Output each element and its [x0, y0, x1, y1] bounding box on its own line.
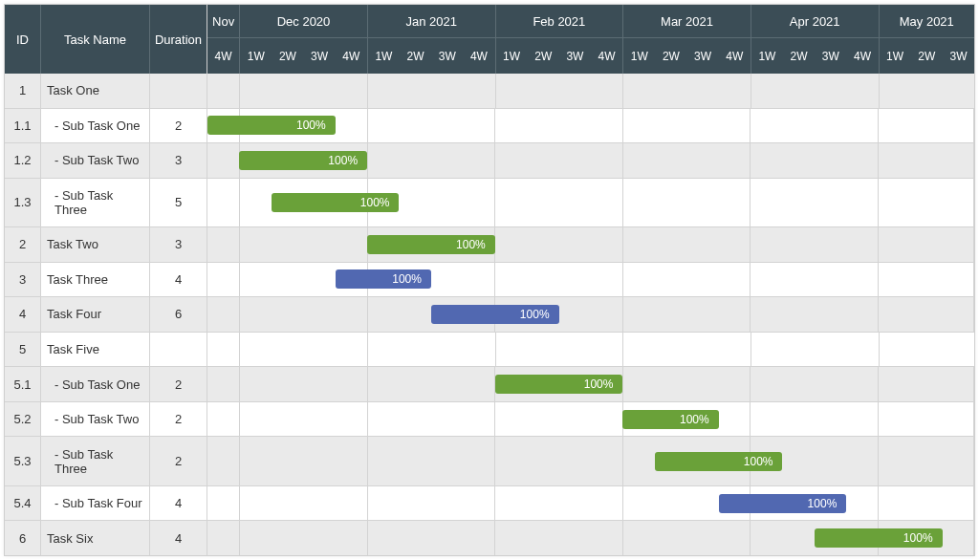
- month-group: Nov4W: [207, 5, 240, 74]
- month-col: [751, 263, 879, 297]
- cell-id: 5.4: [5, 486, 41, 521]
- gantt-bar[interactable]: 100%: [207, 116, 336, 135]
- month-col: [495, 227, 623, 262]
- cell-task-name: - Sub Task Two: [41, 402, 150, 437]
- gantt-bar[interactable]: 100%: [495, 375, 623, 394]
- month-label: Jan 2021: [368, 5, 495, 37]
- month-col: [240, 486, 368, 521]
- cell-id: 5.1: [5, 367, 41, 401]
- month-col: [751, 74, 880, 108]
- week-cell: 2W: [528, 38, 559, 74]
- cell-duration: 4: [150, 521, 207, 555]
- cell-task-name: - Sub Task Two: [41, 143, 150, 178]
- cell-id: 3: [5, 263, 41, 297]
- month-col: [751, 402, 879, 437]
- month-col: [368, 521, 496, 555]
- gantt-bar[interactable]: 100%: [815, 528, 943, 548]
- month-col: [368, 367, 496, 401]
- month-col: [368, 437, 496, 485]
- month-col: [879, 486, 974, 521]
- month-label: Feb 2021: [496, 5, 623, 37]
- gantt-bar[interactable]: 100%: [719, 494, 847, 513]
- month-group: May 20211W2W3W: [880, 5, 975, 74]
- month-col: [623, 367, 751, 401]
- cell-task-name: - Sub Task Four: [41, 486, 150, 521]
- month-col: [368, 74, 496, 108]
- table-row: 6Task Six4100%: [5, 520, 974, 555]
- gantt-bar[interactable]: 100%: [367, 235, 495, 254]
- month-col: [368, 333, 496, 367]
- cell-task-name: - Sub Task One: [41, 367, 150, 401]
- gantt-bar-pct: 100%: [903, 531, 933, 545]
- table-row: 1Task One: [5, 74, 974, 108]
- table-row: 2Task Two3100%: [5, 226, 974, 262]
- gantt-chart: ID Task Name Duration Nov4WDec 20201W2W3…: [4, 4, 975, 556]
- table-row: 5.3- Sub Task Three2100%: [5, 436, 974, 485]
- month-col: [495, 263, 623, 297]
- cell-id: 5.3: [5, 437, 41, 485]
- week-row: 1W2W3W4W: [751, 37, 879, 74]
- gantt-bar-pct: 100%: [456, 238, 486, 251]
- week-cell: 4W: [463, 38, 494, 74]
- row-fixed-cols: 1.1- Sub Task One2: [5, 109, 207, 143]
- cell-duration: 2: [150, 367, 207, 401]
- week-row: 1W2W3W4W: [240, 37, 367, 74]
- row-fixed-cols: 6Task Six4: [5, 521, 207, 555]
- table-row: 5.1- Sub Task One2100%: [5, 366, 974, 401]
- month-col: [368, 143, 496, 178]
- month-col: [623, 227, 751, 262]
- month-col: [240, 74, 368, 108]
- week-cell: 3W: [943, 38, 974, 74]
- cell-id: 1.3: [5, 179, 41, 227]
- cell-task-name: Task Two: [41, 227, 150, 262]
- gantt-bar[interactable]: 100%: [239, 151, 367, 170]
- row-timeline: [207, 74, 974, 108]
- gantt-bar[interactable]: 100%: [655, 452, 783, 471]
- week-row: 4W: [207, 37, 239, 74]
- row-timeline: 100%: [207, 437, 974, 485]
- row-timeline: 100%: [207, 263, 974, 297]
- month-col: [495, 109, 623, 143]
- month-col: [207, 402, 240, 437]
- month-col: [879, 227, 974, 262]
- row-fixed-cols: 5Task Five: [5, 333, 207, 367]
- gantt-bar-pct: 100%: [584, 377, 614, 391]
- gantt-bar[interactable]: 100%: [622, 410, 718, 429]
- row-fixed-cols: 3Task Three4: [5, 263, 207, 297]
- month-col: [623, 263, 751, 297]
- row-timeline: 100%: [207, 297, 974, 332]
- week-cell: 2W: [655, 38, 686, 74]
- gantt-bar[interactable]: 100%: [272, 193, 400, 212]
- table-row: 3Task Three4100%: [5, 262, 974, 297]
- col-header-duration: Duration: [150, 5, 207, 74]
- month-col: [368, 486, 496, 521]
- month-col: [623, 109, 751, 143]
- gantt-body: 1Task One1.1- Sub Task One2100%1.2- Sub …: [5, 74, 974, 555]
- month-col: [240, 297, 368, 332]
- cell-id: 5: [5, 333, 41, 367]
- cell-id: 4: [5, 297, 41, 332]
- gantt-bar-pct: 100%: [744, 455, 773, 468]
- month-col: [240, 521, 368, 555]
- row-fixed-cols: 5.2- Sub Task Two2: [5, 402, 207, 437]
- gantt-bar[interactable]: 100%: [336, 269, 431, 289]
- month-col: [879, 402, 974, 437]
- row-timeline: 100%: [207, 227, 974, 262]
- cell-duration: 2: [150, 437, 207, 485]
- month-col: [623, 297, 751, 332]
- row-fixed-cols: 5.3- Sub Task Three2: [5, 437, 207, 485]
- cell-id: 1.2: [5, 143, 41, 178]
- week-cell: 4W: [336, 38, 367, 74]
- month-col: [623, 521, 751, 555]
- month-col: [207, 74, 240, 108]
- cell-duration: 4: [150, 486, 207, 521]
- row-fixed-cols: 5.1- Sub Task One2: [5, 367, 207, 401]
- month-col: [207, 437, 240, 485]
- table-row: 5Task Five: [5, 332, 974, 367]
- week-cell: 4W: [591, 38, 622, 74]
- gantt-bar-pct: 100%: [360, 196, 390, 209]
- gantt-bar[interactable]: 100%: [431, 305, 559, 324]
- week-cell: 3W: [815, 38, 846, 74]
- cell-duration: [150, 333, 207, 367]
- header-timeline: Nov4WDec 20201W2W3W4WJan 20211W2W3W4WFeb…: [207, 5, 974, 74]
